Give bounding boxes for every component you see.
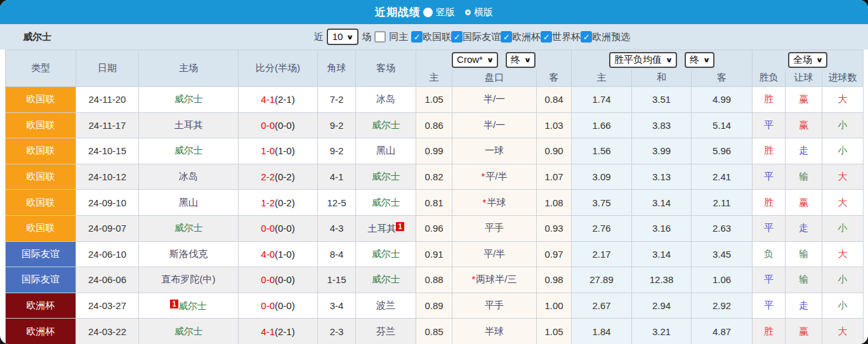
league-type-cell: 欧国联 xyxy=(6,138,76,164)
home-team-name: 威尔士 xyxy=(174,222,203,233)
league-checkbox[interactable]: ✓ xyxy=(411,31,423,43)
odds-away-cell: 1.08 xyxy=(537,190,572,216)
handicap-result-cell: 赢 xyxy=(786,87,822,113)
date-cell: 24-09-07 xyxy=(76,215,139,241)
home-team-cell: 1威尔士 xyxy=(139,293,239,319)
odds-home-cell: 0.89 xyxy=(416,293,452,319)
corner-cell: 2-3 xyxy=(318,319,356,344)
odds-group-header: Crow*∨ 终∨ xyxy=(416,50,572,70)
corner-cell: 4-3 xyxy=(318,215,356,241)
handicap-result-cell: 输 xyxy=(786,241,822,267)
handicap-value: 平/半 xyxy=(483,248,505,259)
odds-away-cell: 0.90 xyxy=(537,138,572,164)
handicap-value: 半球 xyxy=(487,197,506,208)
col-header-score: 比分(半场) xyxy=(239,50,318,87)
handicap-cell: 半/一 xyxy=(452,87,537,113)
avg-away-cell: 2.63 xyxy=(692,215,753,241)
odds-away-cell: 0.97 xyxy=(537,241,572,267)
odds-home-cell: 0.91 xyxy=(416,241,452,267)
odds-away-cell: 0.98 xyxy=(537,267,572,293)
avg-home-cell: 27.89 xyxy=(572,267,632,293)
chevron-down-icon: ∨ xyxy=(666,53,673,66)
rank-badge: 1 xyxy=(396,222,404,231)
goals-result-cell: 小 xyxy=(822,267,864,293)
wdl-result-cell: 负 xyxy=(753,241,786,267)
odds-home-cell: 0.82 xyxy=(416,164,452,190)
radio-unselected-icon xyxy=(465,10,471,15)
odds-away-cell: 0.84 xyxy=(537,87,572,113)
avg-home-cell: 2.17 xyxy=(572,241,632,267)
home-team-name: 直布罗陀(中) xyxy=(162,274,216,284)
league-checkbox[interactable]: ✓ xyxy=(501,31,512,43)
sub-header-goals: 进球数 xyxy=(822,70,864,87)
fulltime-score: 2-2 xyxy=(261,171,275,182)
table-row: 欧国联 24-11-17 土耳其 0-0(0-0) 9-2 威尔士 0.86 半… xyxy=(6,112,864,138)
score-cell: 1-2(0-2) xyxy=(239,190,318,216)
away-team-name: 土耳其 xyxy=(367,223,396,234)
chevron-down-icon: ∨ xyxy=(346,30,354,43)
radio-horizontal-layout[interactable]: 横版 xyxy=(465,6,493,18)
odds-time-select[interactable]: 终∨ xyxy=(506,52,536,68)
handicap-cell: *半球 xyxy=(452,190,537,216)
table-row: 欧国联 24-10-15 威尔士 1-0(1-0) 9-2 黑山 0.99 一球… xyxy=(6,138,864,164)
filter-bar: 威尔士 近 10 ∨ 场 同主 ✓欧国联✓国际友谊✓欧洲杯✓世界杯✓欧洲预选 xyxy=(0,24,868,50)
page-title: 近期战绩 xyxy=(375,5,421,20)
handicap-value: 一球 xyxy=(485,145,504,155)
avg-draw-cell: 3.83 xyxy=(632,112,692,138)
halftime-score: (1-0) xyxy=(275,249,295,260)
date-cell: 24-11-17 xyxy=(76,112,139,138)
avg-time-select[interactable]: 终∨ xyxy=(685,52,714,68)
handicap-value: 半/一 xyxy=(483,93,505,104)
league-checkbox[interactable]: ✓ xyxy=(581,31,592,43)
fulltime-score: 0-0 xyxy=(261,120,275,131)
goals-result-cell: 小 xyxy=(822,112,864,138)
same-home-checkbox[interactable] xyxy=(374,31,386,43)
handicap-value: 平手 xyxy=(485,300,504,310)
avg-home-cell: 2.76 xyxy=(572,215,632,241)
away-team-cell: 土耳其1 xyxy=(356,215,416,241)
date-cell: 24-11-20 xyxy=(76,87,139,113)
odds-home-cell: 0.96 xyxy=(416,215,452,241)
avg-group-header: 胜平负均值∨ 终∨ xyxy=(572,50,753,70)
avg-away-cell: 5.14 xyxy=(692,112,753,138)
radio-vertical-layout[interactable]: 竖版 xyxy=(423,6,455,18)
away-team-name: 波兰 xyxy=(376,300,395,310)
league-type-cell: 欧国联 xyxy=(6,190,76,216)
corner-cell: 9-2 xyxy=(318,112,356,138)
halftime-score: (2-1) xyxy=(275,326,295,337)
avg-select[interactable]: 胜平负均值∨ xyxy=(609,52,677,68)
away-team-name: 威尔士 xyxy=(372,248,400,259)
avg-draw-cell: 3.51 xyxy=(632,87,692,113)
home-team-name: 威尔士 xyxy=(178,300,207,311)
match-count-select[interactable]: 10 ∨ xyxy=(327,29,359,45)
wdl-result-cell: 胜 xyxy=(753,190,786,216)
handicap-cell: 平手 xyxy=(452,215,537,241)
halftime-score: (0-0) xyxy=(275,120,295,131)
odds-away-cell: 1.07 xyxy=(537,164,572,190)
score-cell: 2-2(0-2) xyxy=(239,164,318,190)
odds-company-select[interactable]: Crow*∨ xyxy=(452,52,498,68)
home-team-cell: 土耳其 xyxy=(139,112,239,138)
odds-away-cell: 1.03 xyxy=(537,112,572,138)
scope-select[interactable]: 全场∨ xyxy=(788,52,827,68)
score-cell: 4-1(2-1) xyxy=(239,319,318,344)
league-checkbox[interactable]: ✓ xyxy=(541,31,552,43)
games-label: 场 xyxy=(362,31,371,43)
handicap-value: 半/一 xyxy=(483,119,505,130)
league-type-cell: 国际友谊 xyxy=(6,241,76,267)
halftime-score: (2-1) xyxy=(275,94,295,105)
wdl-result-cell: 胜 xyxy=(753,319,786,344)
corner-cell: 7-2 xyxy=(318,87,356,113)
handicap-result-cell: 输 xyxy=(786,267,822,293)
home-team-name: 威尔士 xyxy=(174,93,203,104)
same-home-label: 同主 xyxy=(389,31,408,43)
chevron-down-icon: ∨ xyxy=(487,53,494,66)
corner-cell: 1-15 xyxy=(318,267,356,293)
home-team-cell: 威尔士 xyxy=(139,87,239,113)
avg-away-cell: 2.11 xyxy=(692,190,753,216)
avg-draw-cell: 2.94 xyxy=(632,293,692,319)
away-team-name: 黑山 xyxy=(376,145,395,155)
league-checkbox[interactable]: ✓ xyxy=(451,31,463,43)
handicap-cell: 平/半 xyxy=(452,241,537,267)
table-row: 国际友谊 24-06-10 斯洛伐克 4-0(1-0) 8-4 威尔士 0.91… xyxy=(6,241,864,267)
